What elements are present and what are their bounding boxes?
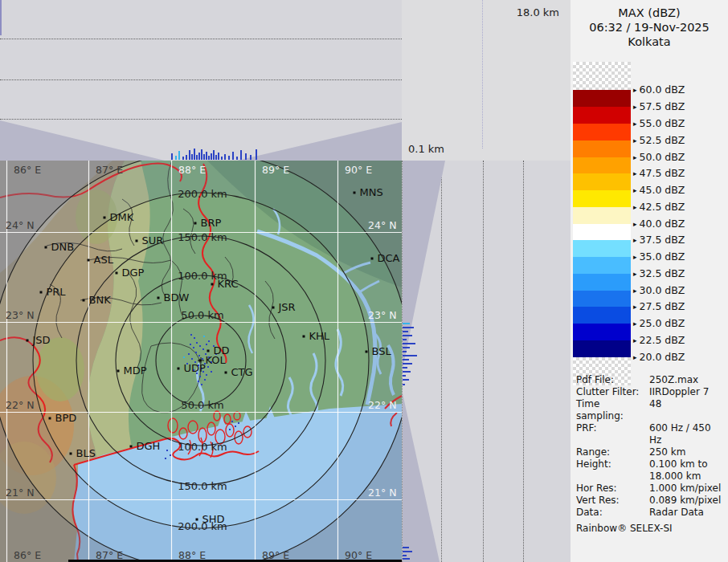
metadata-value: 48: [649, 398, 661, 422]
station-dot: [178, 368, 180, 370]
station-dot: [104, 217, 106, 219]
station-dot: [371, 258, 374, 260]
station-label: DNB: [51, 241, 75, 253]
echo-pixel: [202, 348, 204, 350]
station-dot: [88, 259, 90, 262]
latitude-label-left: 21° N: [6, 487, 34, 499]
station-label: DMK: [110, 211, 134, 223]
echo-tick: [218, 153, 219, 160]
station-label: JSR: [278, 301, 296, 313]
dbz-tick: ▸45.0 dBZ: [633, 184, 685, 196]
scan-metadata: Pdf File:250Z.maxClutter Filter:IIRDoppl…: [576, 374, 726, 535]
tick-arrow-icon: ▸: [633, 153, 637, 161]
echo-dash: [403, 379, 409, 381]
tick-arrow-icon: ▸: [633, 236, 637, 244]
echo-pixel: [207, 366, 209, 368]
station-label: PRL: [47, 286, 67, 298]
height-gridline: [0, 79, 402, 80]
echo-dash: [403, 343, 415, 344]
latitude-label-right: 24° N: [368, 219, 396, 231]
metadata-label: Height:: [576, 458, 649, 483]
echo-dash: [403, 555, 407, 556]
metadata-label: Data:: [576, 507, 649, 519]
echo-tick: [194, 149, 195, 160]
longitude-label-bottom: 86° E: [14, 549, 41, 561]
station-label: BSL: [372, 345, 392, 357]
dbz-tick: ▸55.0 dBZ: [633, 117, 685, 129]
product-timestamp: 06:32 / 19-Nov-2025: [571, 20, 728, 35]
station-label: SUR: [142, 234, 164, 246]
longitude-label-bottom: 87° E: [96, 549, 123, 561]
longitude-label-top: 89° E: [262, 164, 289, 176]
metadata-value: IIRDoppler 7: [649, 386, 709, 398]
station-dot: [272, 307, 275, 309]
echo-pixel: [188, 353, 190, 355]
dbz-tick-label: 52.5 dBZ: [640, 134, 685, 146]
dbz-tick: ▸37.5 dBZ: [633, 234, 685, 246]
echo-dash: [403, 351, 407, 352]
tick-arrow-icon: ▸: [633, 220, 637, 228]
longitude-label-bottom: 89° E: [262, 549, 289, 561]
echo-dash: [403, 371, 411, 373]
top-height-profile-panel: [0, 0, 402, 161]
dbz-tick-label: 35.0 dBZ: [640, 250, 685, 263]
echo-pixel: [190, 334, 192, 336]
tick-arrow-icon: ▸: [633, 336, 637, 344]
dbz-tick: ▸42.5 dBZ: [633, 201, 685, 213]
metadata-value: 250 km: [649, 446, 685, 458]
echo-tick: [208, 156, 210, 160]
echo-dash: [403, 347, 410, 348]
echo-tick: [224, 154, 226, 160]
height-gridline-faint: [482, 0, 483, 149]
dbz-tick-label: 27.5 dBZ: [640, 300, 685, 312]
echo-dash: [403, 367, 407, 369]
echo-tick: [256, 149, 257, 160]
product-header: MAX (dBZ) 06:32 / 19-Nov-2025 Kolkata: [571, 6, 728, 49]
station-label: BPD: [55, 412, 77, 424]
longitude-label-top: 88° E: [178, 164, 206, 176]
echo-pixel: [211, 371, 212, 373]
echo-pixel: [206, 374, 207, 376]
station-dot: [130, 446, 133, 448]
station-dot: [117, 370, 120, 373]
station-dot: [116, 272, 118, 275]
metadata-row: Time sampling:48: [576, 398, 726, 422]
metadata-label: Time sampling:: [576, 398, 649, 422]
echo-pixel: [203, 336, 205, 337]
colorbar-band: [573, 274, 631, 291]
echo-tick: [201, 149, 202, 160]
metadata-label: Pdf File:: [576, 374, 649, 386]
echo-tick: [196, 155, 198, 160]
colorbar-band: [573, 190, 631, 207]
metadata-label: Vert Res:: [576, 495, 649, 507]
echo-tick: [186, 155, 187, 160]
echo-pixel: [166, 450, 168, 451]
longitude-label-top: 90° E: [345, 164, 372, 176]
metadata-label: PRF:: [576, 422, 649, 446]
echo-pixel: [183, 356, 185, 358]
height-gridline: [0, 119, 402, 120]
echo-tick: [191, 154, 193, 160]
tick-arrow-icon: ▸: [633, 169, 637, 177]
height-gridline: [483, 161, 484, 562]
station-label: BNK: [89, 294, 112, 306]
dbz-tick-label: 30.0 dBZ: [640, 284, 685, 296]
metadata-label: Hor Res:: [576, 483, 649, 495]
metadata-value: 250Z.max: [649, 374, 698, 386]
longitude-label-top: 87° E: [96, 164, 123, 176]
colorbar-band: [573, 207, 631, 224]
range-ring-label: 150.0 km: [178, 480, 227, 492]
echo-tick: [240, 150, 242, 160]
echo-tick: [232, 152, 234, 160]
metadata-value: Radar Data: [649, 507, 704, 519]
station-dot: [157, 297, 160, 299]
station-dot: [354, 192, 356, 194]
station-dot: [70, 453, 72, 455]
metadata-row: Hor Res:1.000 km/pixel: [576, 483, 726, 495]
station-dot: [83, 299, 85, 302]
dbz-tick: ▸27.5 dBZ: [633, 300, 685, 312]
metadata-row: Height:0.100 km to 18.000 km: [576, 458, 726, 483]
beam-blind-wedge: [0, 120, 165, 161]
colorbar-band: [573, 224, 631, 240]
station-label: BDW: [164, 291, 190, 303]
